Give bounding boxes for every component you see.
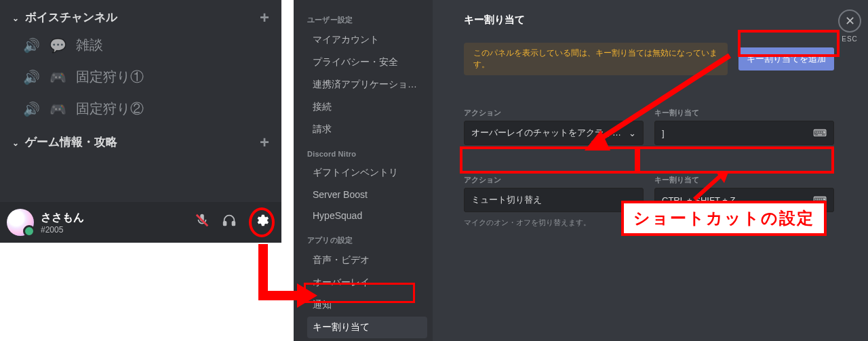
channel-name: 固定狩り② bbox=[76, 100, 144, 118]
sidebar-item-my-account[interactable]: マイアカウント bbox=[307, 29, 427, 51]
chevron-down-icon: ⌄ bbox=[629, 128, 636, 138]
voice-category-label: ボイスチャンネル bbox=[25, 11, 117, 24]
keyboard-icon: ⌨ bbox=[813, 127, 827, 138]
action-select-value: ミュート切り替え bbox=[471, 194, 542, 206]
speaker-icon: 🔊 bbox=[23, 101, 40, 117]
add-channel-icon[interactable]: + bbox=[260, 136, 269, 148]
mute-icon[interactable] bbox=[195, 213, 210, 232]
sidebar-heading-user: ユーザー設定 bbox=[307, 15, 427, 25]
sidebar-item-voice[interactable]: 音声・ビデオ bbox=[307, 249, 427, 271]
keybind-label: キー割り当て bbox=[654, 175, 834, 185]
channel-emoji: 🎮 bbox=[50, 69, 66, 85]
sidebar-item-keybinds[interactable]: キー割り当て bbox=[307, 317, 427, 338]
sidebar-item-notifications[interactable]: 通知 bbox=[307, 294, 427, 316]
page-title: キー割り当て bbox=[464, 14, 834, 26]
channel-emoji: 🎮 bbox=[50, 101, 66, 117]
channel-panel: ⌄ ボイスチャンネル + 🔊 💬 雑談 🔊 🎮 固定狩り① 🔊 🎮 固定狩り② … bbox=[0, 0, 281, 243]
channel-name: 固定狩り① bbox=[76, 68, 144, 86]
warning-banner: このパネルを表示している間は、キー割り当ては無効になっています。 bbox=[464, 43, 728, 75]
voice-category-header[interactable]: ⌄ ボイスチャンネル + bbox=[0, 0, 281, 29]
game-category-header[interactable]: ⌄ ゲーム情報・攻略 + bbox=[0, 125, 281, 154]
user-name-block: ささもん #2005 bbox=[41, 211, 188, 235]
action-select-2[interactable]: ミュート切り替え ⌄ bbox=[464, 188, 644, 212]
esc-label: ESC bbox=[838, 35, 861, 43]
speaker-icon: 🔊 bbox=[23, 37, 40, 54]
keybind-input-1[interactable]: ] ⌨ bbox=[654, 121, 834, 145]
close-esc: ✕ ESC bbox=[838, 9, 861, 43]
sidebar-heading-nitro: Discord Nitro bbox=[307, 150, 427, 158]
settings-main-pane: キー割り当て このパネルを表示している間は、キー割り当ては無効になっています。 … bbox=[433, 0, 868, 341]
sidebar-item-connections-apps[interactable]: 連携済アプリケーショ… bbox=[307, 74, 427, 96]
voice-channel-row[interactable]: 🔊 💬 雑談 bbox=[0, 29, 281, 61]
action-help-text: マイクのオン・オフを切り替えます。 bbox=[464, 218, 644, 228]
voice-channel-row[interactable]: 🔊 🎮 固定狩り② bbox=[0, 93, 281, 125]
action-label: アクション bbox=[464, 175, 644, 185]
channel-name: 雑談 bbox=[76, 36, 103, 54]
sidebar-item-billing[interactable]: 請求 bbox=[307, 119, 427, 140]
chevron-down-icon: ⌄ bbox=[12, 14, 19, 23]
sidebar-item-overlay[interactable]: オーバーレイ bbox=[307, 272, 427, 294]
voice-channel-row[interactable]: 🔊 🎮 固定狩り① bbox=[0, 61, 281, 93]
sidebar-item-hypesquad[interactable]: HypeSquad bbox=[307, 205, 427, 226]
action-select-value: オーバーレイのチャットをアクティ… bbox=[471, 127, 621, 139]
channel-emoji: 💬 bbox=[50, 37, 66, 54]
add-keybind-button[interactable]: キー割り当てを追加 bbox=[738, 47, 834, 71]
settings-sidebar: ユーザー設定 マイアカウント プライバシー・安全 連携済アプリケーショ… 接続 … bbox=[294, 0, 433, 341]
sidebar-item-boost[interactable]: Server Boost bbox=[307, 184, 427, 205]
game-category-label: ゲーム情報・攻略 bbox=[25, 136, 117, 148]
user-settings-button[interactable] bbox=[249, 207, 275, 237]
svg-rect-1 bbox=[224, 222, 226, 226]
avatar[interactable] bbox=[7, 209, 34, 236]
sidebar-item-connect[interactable]: 接続 bbox=[307, 96, 427, 118]
user-bar: ささもん #2005 bbox=[0, 202, 281, 243]
keybind-value: ] bbox=[662, 128, 665, 138]
deafen-icon[interactable] bbox=[222, 213, 237, 232]
sidebar-item-gift[interactable]: ギフトインベントリ bbox=[307, 162, 427, 184]
sidebar-heading-app: アプリの設定 bbox=[307, 235, 427, 245]
close-button[interactable]: ✕ bbox=[838, 9, 861, 33]
sidebar-item-privacy[interactable]: プライバシー・安全 bbox=[307, 52, 427, 73]
svg-rect-2 bbox=[233, 222, 235, 226]
chevron-down-icon: ⌄ bbox=[12, 138, 19, 148]
keybind-label: キー割り当て bbox=[654, 108, 834, 118]
annotation-shortcut-label: ショートカットの設定 bbox=[621, 201, 827, 236]
add-channel-icon[interactable]: + bbox=[260, 12, 269, 24]
user-name: ささもん bbox=[41, 211, 188, 225]
user-discriminator: #2005 bbox=[41, 225, 188, 235]
speaker-icon: 🔊 bbox=[23, 69, 40, 85]
action-select-1[interactable]: オーバーレイのチャットをアクティ… ⌄ bbox=[464, 121, 644, 145]
action-label: アクション bbox=[464, 108, 644, 118]
